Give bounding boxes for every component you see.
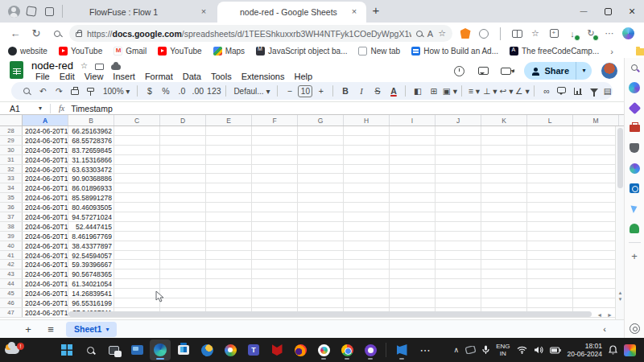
column-header[interactable]: J	[436, 115, 481, 125]
empty-cells[interactable]	[114, 260, 624, 269]
close-icon[interactable]	[620, 0, 644, 23]
cell-timestamp[interactable]: 2024-06-20T12:2	[23, 279, 68, 288]
move-to-folder-icon[interactable]	[95, 64, 104, 70]
sheet-tab-dropdown-icon[interactable]: ▾	[105, 326, 109, 333]
cell-timestamp[interactable]: 2024-06-20T12:2	[23, 146, 68, 154]
empty-cells[interactable]	[114, 269, 624, 278]
zoom-out-icon[interactable]	[416, 31, 423, 37]
all-sheets-icon[interactable]: ≡	[43, 322, 58, 336]
bookmark-new-tab[interactable]: New tab	[358, 47, 400, 56]
bookmarks-overflow-icon[interactable]: ›	[610, 47, 613, 56]
row-header[interactable]: 31	[0, 155, 23, 164]
scroll-left-icon[interactable]: ◄	[597, 312, 602, 318]
row-header[interactable]: 37	[0, 212, 23, 221]
settings-more-icon[interactable]: ⋯	[603, 27, 616, 40]
paint-format-icon[interactable]	[84, 84, 99, 98]
cell-timestamp[interactable]: 2024-06-20T12:2	[23, 251, 68, 260]
weather-widget[interactable]: !	[5, 346, 19, 354]
tab-flowfuse[interactable]: FlowFuse : Flow 1	[67, 2, 216, 23]
column-header[interactable]: C	[114, 115, 160, 125]
column-header[interactable]: B	[68, 115, 114, 125]
insert-link-icon[interactable]: ∞	[539, 84, 554, 98]
touchpad-icon[interactable]	[465, 346, 476, 354]
mcafee-icon[interactable]	[266, 339, 287, 360]
empty-cells[interactable]	[114, 174, 624, 183]
row-header[interactable]: 46	[0, 298, 23, 307]
sidebar-add-icon[interactable]: +	[631, 250, 638, 262]
other-favorites-button[interactable]: Other favorites	[636, 47, 644, 56]
hidden-icons-chevron[interactable]: ∧	[454, 346, 460, 354]
microsoft-365-icon[interactable]	[628, 162, 641, 175]
cell-timestamp[interactable]: 2024-06-20T12:2	[23, 203, 68, 212]
table-views-icon[interactable]: ▤ ▾	[603, 84, 613, 98]
volume-icon[interactable]	[534, 346, 543, 354]
bookmark-gmail[interactable]: Gmail	[114, 47, 147, 56]
split-screen-icon[interactable]	[510, 27, 523, 40]
cell-value[interactable]: 8.461967769	[68, 232, 114, 241]
cell-value[interactable]: 63.63303472	[68, 165, 114, 174]
strikethrough-icon[interactable]: S	[369, 84, 385, 98]
start-button[interactable]	[56, 339, 77, 360]
cell-timestamp[interactable]: 2024-06-20T12:2	[23, 298, 68, 307]
workspaces-icon[interactable]	[23, 2, 40, 20]
fill-color-icon[interactable]: ◧	[410, 84, 425, 98]
favorites-icon[interactable]: ☆	[529, 27, 542, 40]
row-header[interactable]: 45	[0, 289, 23, 298]
font-select[interactable]: Defaul... ▾	[230, 84, 273, 98]
profile-avatar-icon[interactable]	[5, 2, 23, 20]
format-number-icon[interactable]: 123	[206, 84, 221, 98]
cell-timestamp[interactable]: 2024-06-20T12:2	[23, 308, 68, 317]
back-icon[interactable]: ←	[6, 25, 24, 43]
row-header[interactable]: 44	[0, 279, 23, 288]
column-header[interactable]: G	[298, 115, 344, 125]
microphone-icon[interactable]	[482, 345, 489, 355]
clock[interactable]: 18:01 20-06-2024	[568, 342, 602, 358]
create-filter-icon[interactable]	[587, 84, 602, 98]
empty-cells[interactable]	[114, 222, 624, 231]
row-header[interactable]: 38	[0, 222, 23, 231]
share-button[interactable]: Share ▾	[524, 62, 592, 80]
empty-cells[interactable]	[114, 232, 624, 241]
row-header[interactable]: 40	[0, 241, 23, 250]
cell-value[interactable]: 83.72659845	[68, 146, 114, 154]
row-header[interactable]: 32	[0, 165, 23, 174]
empty-cells[interactable]	[114, 126, 624, 135]
column-header[interactable]: F	[252, 115, 298, 125]
cell-timestamp[interactable]: 2024-06-20T12:2	[23, 136, 68, 145]
firefox-icon[interactable]	[290, 339, 311, 360]
bookmark-maps[interactable]: Maps	[213, 47, 245, 56]
url-text[interactable]: https://docs.google.com/spreadsheets/d/1…	[87, 29, 411, 39]
cell-timestamp[interactable]: 2024-06-20T12:2	[23, 155, 68, 164]
star-icon[interactable]: ☆	[80, 61, 88, 70]
empty-cells[interactable]	[114, 251, 624, 260]
grow-icon[interactable]	[628, 222, 641, 235]
cell-value[interactable]: 86.01896933	[68, 183, 114, 192]
version-history-icon[interactable]	[452, 64, 466, 78]
empty-cells[interactable]	[114, 136, 624, 145]
format-currency-icon[interactable]: $	[142, 84, 157, 98]
name-box-dropdown-icon[interactable]: ▾	[39, 105, 42, 112]
microsoft-store-icon[interactable]	[173, 339, 194, 360]
cell-value[interactable]: 94.57271024	[68, 212, 114, 221]
cell-value[interactable]: 59.39396667	[68, 260, 114, 269]
row-header[interactable]: 36	[0, 203, 23, 212]
tools-icon[interactable]	[628, 121, 641, 134]
empty-cells[interactable]	[114, 183, 624, 192]
name-box[interactable]: A1 ▾	[0, 104, 47, 113]
format-percent-icon[interactable]: %	[158, 84, 173, 98]
row-header[interactable]: 35	[0, 193, 23, 202]
cell-value[interactable]: 14.26839541	[68, 289, 114, 298]
cell-value[interactable]: 85.58991278	[68, 193, 114, 202]
italic-icon[interactable]: I	[353, 84, 369, 98]
cell-value[interactable]: 92.54594057	[68, 251, 114, 260]
downloads-icon[interactable]: ↓	[566, 27, 579, 40]
cell-timestamp[interactable]: 2024-06-20T12:2	[23, 241, 68, 250]
empty-cells[interactable]	[114, 203, 624, 212]
tab-close-icon[interactable]	[198, 6, 209, 18]
scroll-down-icon[interactable]: ▼	[618, 297, 623, 302]
redo-icon[interactable]: ↷	[52, 84, 67, 98]
zoom-select[interactable]: 100% ▾	[100, 84, 133, 98]
empty-cells[interactable]	[114, 212, 624, 221]
cell-timestamp[interactable]: 2024-06-20T12:2	[23, 165, 68, 174]
font-size-input[interactable]: 10	[298, 85, 312, 97]
